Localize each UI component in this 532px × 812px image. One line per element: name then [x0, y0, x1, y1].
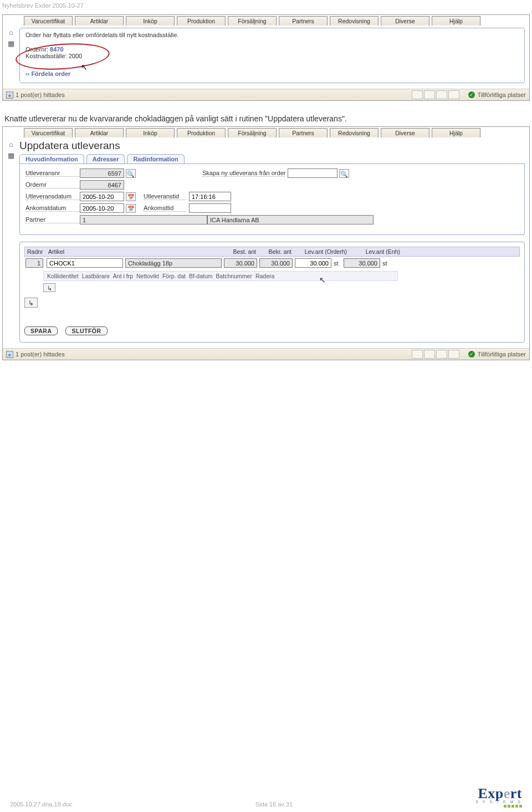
lev-enh-field[interactable]	[344, 258, 380, 268]
radnr-field[interactable]	[25, 258, 43, 268]
menu2-redovisning[interactable]: Redovisning	[330, 128, 378, 137]
status-left-text: 1 post(er) hittades	[16, 91, 65, 98]
menu2-partners[interactable]: Partners	[279, 128, 328, 137]
menu2-artiklar[interactable]: Artiklar	[75, 128, 124, 137]
utleveranstid-label: Utleveranstid	[144, 193, 187, 200]
menu-partners[interactable]: Partners	[279, 16, 328, 25]
fordela-order-link[interactable]: ‹‹ Fördela order	[25, 70, 519, 77]
menu-inkop[interactable]: Inköp	[126, 16, 175, 25]
menu-produktion[interactable]: Produktion	[177, 16, 226, 25]
kostnad-line: Kostnadsställe: 2000	[25, 53, 519, 59]
utleveransdatum-field[interactable]	[80, 192, 124, 201]
home-icon[interactable]: ⌂	[7, 29, 16, 37]
ordernr-line: Ordernr: 8470	[25, 46, 519, 53]
status-right-text: Tillförlitliga platser	[477, 351, 526, 358]
menu2-varucertifikat[interactable]: Varucertifikat	[24, 128, 73, 137]
utleveransnr-field[interactable]	[80, 168, 124, 178]
add-row-icon[interactable]: ↳	[24, 298, 38, 308]
grid-icon[interactable]: ▦	[7, 152, 16, 160]
calendar-icon[interactable]: 📅	[126, 204, 136, 213]
menu-artiklar[interactable]: Artiklar	[75, 16, 124, 25]
bekr-ant-field[interactable]	[259, 258, 293, 268]
menu2-forsaljning[interactable]: Försäljning	[228, 128, 277, 137]
home-icon[interactable]: ⌂	[7, 141, 16, 149]
subrow-header: Kolliidentitet Lastbärare Ant i frp Nett…	[43, 271, 398, 281]
calendar-icon[interactable]: 📅	[126, 192, 136, 201]
grid-panel: Radnr Artikel Best. ant Bekr. ant Lev.an…	[19, 242, 525, 343]
menu2-produktion[interactable]: Produktion	[177, 128, 226, 137]
statusbar-2: e 1 post(er) hittades ✓ Tillförlitliga p…	[3, 348, 529, 360]
left-rail-1: ⌂ ▦	[3, 25, 19, 89]
ordernr-label: Ordernr	[25, 181, 80, 188]
sub-nettovikt: Nettovikt	[136, 273, 159, 279]
col-artikel: Artikel	[46, 248, 223, 255]
ordernr-label: Ordernr:	[25, 46, 48, 53]
kostnad-label: Kostnadsställe:	[25, 53, 67, 59]
menu-varucertifikat[interactable]: Varucertifikat	[24, 16, 73, 25]
action-bar: SPARA SLUTFÖR	[24, 326, 520, 335]
ordernr-value: 8470	[50, 46, 63, 53]
narrative-text: Knatte utlevererar nu de kvarvarande cho…	[0, 106, 532, 125]
tab-radinformation[interactable]: Radinformation	[127, 154, 184, 164]
status-boxes	[412, 90, 459, 99]
slutfor-button[interactable]: SLUTFÖR	[65, 326, 107, 335]
sub-batch: Batchnummer	[216, 273, 252, 279]
statusbar-1: e 1 post(er) hittades ✓ Tillförlitliga p…	[3, 89, 529, 100]
window-fordela-result: Varucertifikat Artiklar Inköp Produktion…	[2, 14, 530, 101]
form-panel: Utleveransnr 🔍 Skapa ny utleverans från …	[19, 164, 525, 235]
form-tabs: Huvudinformation Adresser Radinformation	[19, 154, 525, 164]
partner-name-field[interactable]	[207, 215, 374, 224]
doc-header: Nyhetsbrev Exder 2005-10-27	[0, 0, 532, 13]
status-right-text: Tillförlitliga platser	[477, 91, 526, 98]
status-boxes	[412, 350, 459, 359]
ankomsttid-field[interactable]	[189, 203, 231, 213]
grid-header: Radnr Artikel Best. ant Bekr. ant Lev.an…	[24, 247, 520, 257]
menu2-inkop[interactable]: Inköp	[126, 128, 175, 137]
utleveransdatum-label: Utleveransdatum	[25, 193, 80, 200]
menu-hjalp[interactable]: Hjälp	[432, 16, 480, 25]
sub-lastbarare: Lastbärare	[82, 273, 110, 279]
menubar-1: Varucertifikat Artiklar Inköp Produktion…	[3, 15, 529, 25]
menu-redovisning[interactable]: Redovisning	[330, 16, 378, 25]
col-lev-enh: Lev.ant (Enh)	[350, 248, 403, 255]
page-icon: e	[6, 351, 13, 358]
lev-orderh-field[interactable]	[295, 258, 331, 268]
artikel-code-field[interactable]	[47, 258, 123, 268]
grid-icon[interactable]: ▦	[7, 40, 16, 48]
menu2-hjalp[interactable]: Hjälp	[432, 128, 480, 137]
partner-label: Partner	[25, 216, 80, 223]
trusted-check-icon: ✓	[468, 351, 475, 358]
search-icon[interactable]: 🔍	[339, 169, 349, 178]
sub-radera: Radera	[255, 273, 274, 279]
kostnad-value: 2000	[69, 53, 82, 59]
search-icon[interactable]: 🔍	[126, 169, 136, 178]
best-ant-field[interactable]	[224, 258, 257, 268]
left-rail-2: ⌂ ▦	[3, 137, 19, 348]
artikel-name-field[interactable]	[125, 258, 222, 268]
skapa-label: Skapa ny utleverans från order	[202, 170, 285, 177]
ankomstdatum-field[interactable]	[80, 203, 124, 213]
page-title: Uppdatera utleverans	[19, 140, 525, 152]
expand-row-icon[interactable]: ↳	[43, 283, 55, 292]
spara-button[interactable]: SPARA	[24, 326, 58, 335]
ankomsttid-label: Ankomsttid	[144, 205, 187, 212]
skapa-order-field[interactable]	[288, 168, 337, 178]
col-best: Best. ant	[223, 248, 259, 255]
sub-antifrp: Ant i frp	[113, 273, 133, 279]
menu2-diverse[interactable]: Diverse	[381, 128, 429, 137]
sub-forpdat: Förp. dat	[162, 273, 186, 279]
sub-bfdatum: Bf-datum	[189, 273, 213, 279]
tab-adresser[interactable]: Adresser	[86, 154, 125, 164]
partner-id-field[interactable]	[80, 215, 207, 224]
menubar-2: Varucertifikat Artiklar Inköp Produktion…	[3, 127, 529, 137]
unit2: st	[381, 260, 391, 267]
utleveransnr-label: Utleveransnr	[25, 170, 80, 177]
ordernr-field[interactable]	[80, 180, 124, 190]
col-bekr: Bekr. ant	[259, 248, 294, 255]
sub-kolli: Kolliidentitet	[47, 273, 79, 279]
status-left-text: 1 post(er) hittades	[16, 351, 65, 358]
menu-forsaljning[interactable]: Försäljning	[228, 16, 277, 25]
tab-huvudinformation[interactable]: Huvudinformation	[19, 154, 84, 164]
menu-diverse[interactable]: Diverse	[381, 16, 429, 25]
utleveranstid-field[interactable]	[189, 192, 231, 201]
